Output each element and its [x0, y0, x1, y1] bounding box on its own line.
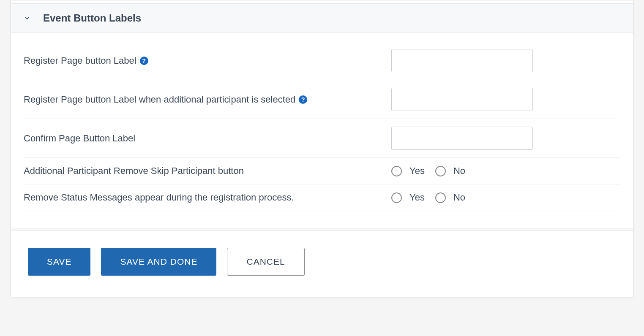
label-text: Register Page button Label when addition…	[24, 94, 295, 105]
radio-label-no: No	[453, 165, 465, 176]
chevron-down-icon	[24, 15, 30, 22]
form-body: Register Page button Label ? Register Pa…	[11, 33, 633, 228]
label-text: Additional Participant Remove Skip Parti…	[24, 165, 244, 176]
radio-option-yes: Yes	[391, 192, 425, 203]
help-icon[interactable]: ?	[299, 95, 307, 104]
register-page-label-input[interactable]	[391, 49, 533, 72]
control-register-page-additional	[391, 88, 620, 111]
label-confirm-page: Confirm Page Button Label	[24, 133, 391, 144]
control-remove-skip: Yes No	[391, 165, 620, 176]
radio-option-yes: Yes	[391, 165, 425, 176]
cancel-button[interactable]: CANCEL	[227, 248, 304, 276]
radio-group-remove-status: Yes No	[391, 192, 465, 203]
control-register-page	[391, 49, 620, 72]
section-header[interactable]: Event Button Labels	[11, 4, 633, 33]
prior-section-edge	[11, 0, 633, 4]
radio-remove-status-yes[interactable]	[391, 192, 402, 203]
control-remove-status: Yes No	[391, 192, 620, 203]
radio-group-remove-skip: Yes No	[391, 165, 465, 176]
label-text: Remove Status Messages appear during the…	[24, 192, 294, 203]
section-title: Event Button Labels	[43, 12, 141, 24]
save-and-done-button[interactable]: SAVE AND DONE	[101, 248, 216, 276]
row-register-page-label: Register Page button Label ?	[24, 46, 620, 80]
radio-option-no: No	[435, 192, 465, 203]
radio-remove-status-no[interactable]	[435, 192, 446, 203]
register-page-additional-input[interactable]	[391, 88, 533, 111]
radio-label-no: No	[453, 192, 465, 203]
label-text: Confirm Page Button Label	[24, 133, 135, 144]
action-bar: SAVE SAVE AND DONE CANCEL	[11, 230, 633, 297]
radio-remove-skip-yes[interactable]	[391, 166, 402, 176]
row-remove-status-messages: Remove Status Messages appear during the…	[24, 184, 620, 211]
settings-panel: Event Button Labels Register Page button…	[11, 0, 633, 297]
label-remove-status: Remove Status Messages appear during the…	[24, 192, 391, 203]
save-button[interactable]: SAVE	[28, 248, 90, 276]
row-register-page-additional: Register Page button Label when addition…	[24, 80, 620, 119]
label-register-page: Register Page button Label ?	[24, 55, 391, 66]
row-remove-skip-participant: Additional Participant Remove Skip Parti…	[24, 158, 620, 184]
radio-label-yes: Yes	[409, 192, 425, 203]
label-text: Register Page button Label	[24, 55, 136, 66]
label-remove-skip: Additional Participant Remove Skip Parti…	[24, 165, 391, 176]
radio-remove-skip-no[interactable]	[435, 166, 446, 176]
label-register-page-additional: Register Page button Label when addition…	[24, 94, 391, 105]
radio-label-yes: Yes	[409, 165, 425, 176]
control-confirm-page	[391, 127, 620, 150]
radio-option-no: No	[435, 165, 465, 176]
confirm-page-label-input[interactable]	[391, 127, 533, 150]
row-confirm-page-label: Confirm Page Button Label	[24, 119, 620, 158]
help-icon[interactable]: ?	[140, 57, 148, 65]
